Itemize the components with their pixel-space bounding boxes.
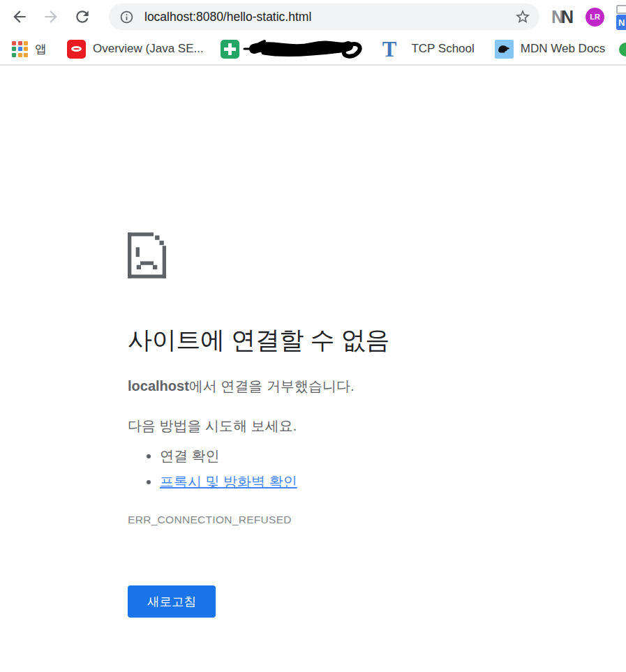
mdn-dino-icon	[495, 40, 514, 59]
error-title: 사이트에 연결할 수 없음	[128, 323, 626, 356]
back-arrow-icon	[10, 8, 29, 26]
apps-shortcut[interactable]: 앱	[12, 41, 47, 57]
oracle-icon	[67, 40, 86, 59]
reload-button[interactable]	[71, 6, 94, 28]
t-letter-icon: T	[382, 40, 397, 59]
error-message-rest: 에서 연결을 거부했습니다.	[189, 378, 355, 394]
url-text[interactable]: localhost:8080/hello-static.html	[144, 10, 514, 24]
nn-extension-icon[interactable]: NN	[551, 7, 571, 27]
bookmark-redacted[interactable]	[221, 37, 366, 61]
browser-toolbar: localhost:8080/hello-static.html NN LR N	[0, 0, 626, 33]
sad-file-icon	[128, 232, 166, 278]
address-bar[interactable]: localhost:8080/hello-static.html	[109, 3, 539, 30]
proxy-firewall-link[interactable]: 프록시 및 방화벽 확인	[160, 474, 297, 489]
forward-button[interactable]	[40, 6, 62, 28]
star-bookmark-icon[interactable]	[514, 8, 531, 25]
back-button[interactable]	[8, 6, 31, 28]
error-page: 사이트에 연결할 수 없음 localhost에서 연결을 거부했습니다. 다음…	[0, 232, 626, 618]
forward-arrow-icon	[42, 8, 60, 26]
suggestions-intro: 다음 방법을 시도해 보세요.	[128, 417, 626, 435]
bookmark-mdn[interactable]: MDN Web Docs	[495, 40, 606, 59]
apps-grid-icon	[12, 41, 28, 57]
bookmark-tcp-school[interactable]: T TCP School	[382, 40, 475, 59]
sheets-icon	[221, 40, 239, 59]
bookmarks-bar: 앱 Overview (Java SE... T TCP School MDN …	[0, 33, 626, 66]
error-code: ERR_CONNECTION_REFUSED	[128, 514, 626, 526]
reload-icon	[73, 8, 91, 26]
info-icon[interactable]	[119, 10, 134, 24]
suggestions-list: 연결 확인 프록시 및 방화벽 확인	[128, 443, 626, 495]
black-scribble-redaction	[243, 37, 366, 61]
error-host: localhost	[128, 378, 189, 394]
outline-box-icon	[616, 5, 626, 14]
cutoff-extension-icon[interactable]: N	[616, 5, 626, 30]
extensions-area: NN LR	[551, 7, 604, 27]
apps-label: 앱	[35, 41, 47, 57]
lr-profile-badge-icon[interactable]: LR	[586, 8, 604, 27]
n-badge-icon: N	[616, 15, 626, 30]
suggestion-check-connection: 연결 확인	[160, 443, 626, 469]
bookmark-overview-java[interactable]: Overview (Java SE...	[67, 40, 204, 59]
reload-page-button[interactable]: 새로고침	[128, 585, 216, 618]
error-message: localhost에서 연결을 거부했습니다.	[128, 377, 626, 396]
bookmark-favicon-cutoff[interactable]	[619, 43, 626, 57]
suggestion-proxy-firewall: 프록시 및 방화벽 확인	[160, 469, 626, 495]
